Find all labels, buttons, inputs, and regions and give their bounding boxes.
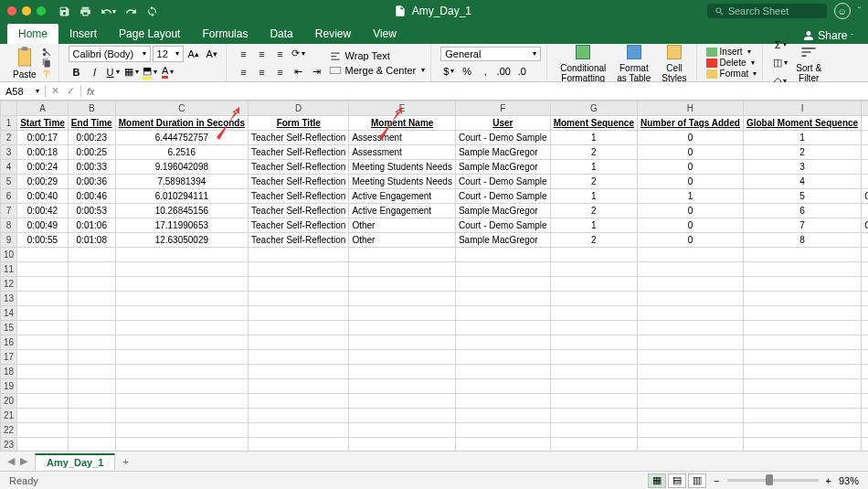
tab-view[interactable]: View [362,24,408,44]
cell[interactable]: Teacher Self-Reflection [249,160,349,175]
cell[interactable] [550,409,637,423]
cell[interactable] [68,394,115,409]
cell[interactable] [17,306,69,321]
add-sheet-button[interactable]: + [115,456,135,467]
col-header-B[interactable]: B [68,101,115,116]
cell[interactable]: 1 [550,189,637,204]
cell[interactable] [115,306,248,321]
cell[interactable]: 1 [550,160,637,175]
cell[interactable] [115,248,248,262]
comma-icon[interactable]: , [477,63,493,80]
cell[interactable]: Assessment [349,145,456,160]
cell[interactable] [862,145,868,160]
cell[interactable] [550,379,637,394]
cell[interactable] [455,379,550,394]
cell[interactable] [249,306,349,321]
cell[interactable]: 0:00:36 [68,175,115,189]
cell[interactable]: 6.2516 [115,145,248,160]
print-icon[interactable] [79,5,91,17]
cell[interactable] [17,365,69,379]
cell[interactable] [349,292,456,306]
cell[interactable] [68,321,115,335]
cell[interactable] [638,394,744,409]
cell[interactable] [17,379,69,394]
cell[interactable] [115,292,248,306]
row-header[interactable]: 2 [1,131,17,145]
cell[interactable]: 7.58981394 [115,175,248,189]
cell[interactable] [743,277,861,292]
cell[interactable]: Other [349,233,456,248]
cell[interactable] [455,248,550,262]
tab-review[interactable]: Review [304,24,362,44]
cell[interactable]: Court - Demo Sample [455,131,550,145]
cell[interactable] [743,423,861,438]
normal-view-icon[interactable]: ▦ [648,473,666,488]
cell[interactable] [17,350,69,365]
cell[interactable] [115,335,248,350]
cell[interactable]: 0:00:46 [68,189,115,204]
repeat-icon[interactable] [146,5,158,17]
cell[interactable] [638,438,744,452]
cell[interactable] [349,321,456,335]
cell[interactable] [550,306,637,321]
cell[interactable]: 2 [743,145,861,160]
cell[interactable] [249,321,349,335]
cell[interactable] [550,438,637,452]
cell[interactable]: 0 [638,160,744,175]
align-center-icon[interactable]: ≡ [254,64,270,80]
cell[interactable] [68,277,115,292]
search-input[interactable] [728,5,820,16]
cell[interactable]: Active Engagement [349,204,456,218]
cell[interactable] [68,292,115,306]
maximize-icon[interactable] [37,6,46,16]
zoom-slider[interactable] [727,479,819,482]
cell[interactable] [550,277,637,292]
page-layout-view-icon[interactable]: ▤ [668,473,686,488]
cell[interactable] [550,394,637,409]
row-header[interactable]: 15 [1,321,17,335]
orientation-icon[interactable]: ⟳▾ [291,46,307,62]
next-sheet-icon[interactable]: ▶ [20,455,27,467]
name-box[interactable]: A58▾ [0,86,46,97]
cell[interactable] [743,350,861,365]
cell[interactable]: 1 [743,131,861,145]
increase-decimal-icon[interactable]: .00 [495,63,512,80]
fx-icon[interactable]: fx [81,86,101,97]
row-header[interactable]: 22 [1,423,17,438]
cell[interactable] [862,306,868,321]
format-button[interactable]: Format▾ [706,69,757,79]
cell[interactable] [115,423,248,438]
cell[interactable]: User [455,116,550,131]
cell[interactable] [349,365,456,379]
row-header[interactable]: 4 [1,160,17,175]
cell[interactable]: Teacher Self-Reflection [249,131,349,145]
decrease-font-icon[interactable]: A▾ [204,46,220,62]
cell[interactable] [743,321,861,335]
cell[interactable] [455,306,550,321]
redo-icon[interactable] [125,5,137,17]
row-header[interactable]: 5 [1,175,17,189]
fill-color-button[interactable]: ⬒▾ [142,64,158,80]
cell[interactable] [68,248,115,262]
cell[interactable] [17,394,69,409]
cell[interactable] [455,409,550,423]
percent-icon[interactable]: % [459,63,475,80]
cell[interactable] [743,262,861,277]
save-icon[interactable] [58,5,70,17]
cell[interactable]: Number of Tags Added [638,116,744,131]
cell[interactable]: 0:00:17 [17,131,69,145]
cell[interactable] [550,262,637,277]
cell[interactable]: Teacher Self-Reflection [249,233,349,248]
cell[interactable]: Assessment [349,131,456,145]
cell[interactable]: Sample MacGregor [455,145,550,160]
cell[interactable]: 0:00:40 [17,189,69,204]
select-all-corner[interactable] [1,101,17,116]
cell[interactable] [349,438,456,452]
cell[interactable] [638,423,744,438]
cell[interactable] [862,277,868,292]
cell[interactable] [638,262,744,277]
cell[interactable]: 2 [550,233,637,248]
cell[interactable]: 6.444752757 [115,131,248,145]
cell[interactable] [550,365,637,379]
cell[interactable]: Teacher Self-Reflection [249,189,349,204]
